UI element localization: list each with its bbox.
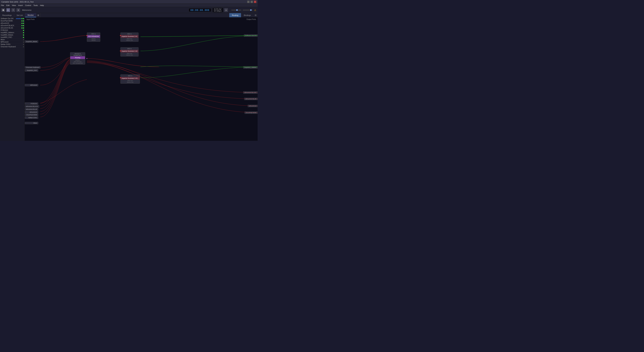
close-button[interactable]: ✕: [254, 1, 256, 3]
menu-help[interactable]: Help: [40, 4, 44, 6]
port-loopmidi-bidule: loopMIDI_Bidule:: [0, 34, 25, 36]
input-port-nektar: Nektar GX61: [25, 116, 38, 119]
led-active: [22, 25, 22, 26]
pause-button[interactable]: ⏸: [12, 8, 15, 12]
output-ports-label: Output Ports: [246, 18, 256, 20]
led-active: [23, 32, 24, 33]
metronome-label: Metronome: [22, 9, 32, 11]
port-mpkmini: MPKmini3:: [0, 41, 25, 43]
led-active: [22, 18, 22, 19]
led-active2: [23, 25, 24, 26]
input-port-fcb1010: FCB1010: [25, 102, 38, 105]
led-inactive: [23, 41, 24, 42]
minimize-button[interactable]: ─: [247, 1, 250, 3]
node-superior-drummer-2[interactable]: MIDI In Superior Drummer 3 #2 MIDI Out S…: [120, 47, 138, 56]
main-area: Software Out 3/4: DrumPad DD90: eDrumIn1…: [0, 17, 258, 141]
zoom-display: 16.5% 0pf: [214, 8, 222, 10]
wires-overlay: [25, 17, 258, 141]
input-port-drumpad: DrumPad DD90: [25, 113, 38, 116]
led-active2: [23, 23, 24, 24]
input-port-mixer: Mixer: [25, 122, 38, 124]
input-port-mpkmini: MPKmini3: [25, 84, 38, 86]
led-inactive: [23, 39, 24, 40]
port-edrumin4-blue: eDrumIn4 BLUE:: [0, 27, 25, 29]
port-edrumin4-black: eDrumIn4 BLACK:: [0, 24, 25, 27]
led-active: [23, 30, 24, 31]
tab-recordings[interactable]: Recordings: [0, 13, 14, 17]
port-nektar: Nektar GX61:: [0, 43, 25, 45]
led-active: [22, 23, 22, 24]
input-port-loopmidi-bidule: loopMIDI_Bidule: [25, 40, 38, 43]
led-active: [23, 37, 24, 38]
node-sd1-title: Superior Drummer 3 #1: [120, 35, 138, 38]
menubar: File Edit View Insert Control Tools Help: [0, 4, 258, 7]
node-sd3-title: Superior Drummer 3 #3...: [120, 77, 140, 80]
left-panel: Software Out 3/4: DrumPad DD90: eDrumIn1…: [0, 17, 25, 141]
led-active2: [23, 20, 24, 21]
output-port-software-out: Software Out 3/4: [244, 34, 258, 37]
tab-bindings[interactable]: Bindings: [241, 13, 254, 17]
tempo-display: 4/4 60bpm: [214, 10, 222, 12]
stop-button[interactable]: ■: [16, 8, 20, 12]
tab-bar: Recordings Set List Monitor ⊞ Routing Bi…: [0, 13, 258, 17]
transport-bar: ⬤ ▶ ⏸ ■ Metronome 00:00:00.000 16.5% 0pf…: [0, 7, 258, 13]
output-port-drumpad: DrumPad DD90: [244, 111, 258, 114]
input-ports-label: Input Ports: [26, 18, 34, 20]
input-port-edrumin4-black: eDrumIn4 BLACK: [25, 105, 39, 108]
tab-set-list[interactable]: Set List: [14, 13, 25, 17]
led-active: [23, 34, 24, 35]
menu-tools[interactable]: Tools: [33, 4, 38, 6]
input-port-edrumin4-blue: eDrumIn4 BLUE: [25, 108, 38, 111]
led-active: [22, 27, 22, 28]
port-mixer: Mixer:: [0, 38, 25, 41]
node-superior-drummer-1[interactable]: MIDI In Superior Drummer 3 #1 MIDI Out S…: [120, 32, 138, 42]
output-port-edrumin10: eDrumIn10: [248, 105, 258, 107]
tab-monitor[interactable]: Monitor: [25, 13, 36, 17]
level-bar: [16, 18, 21, 19]
record-button[interactable]: ⬤: [1, 8, 5, 12]
port-fcb1010: FCB1010:: [0, 29, 25, 31]
port-edrumin10: eDrumIn10:: [0, 22, 25, 24]
routing-canvas[interactable]: Input Ports Output Ports loopMIDI_Bidule…: [25, 17, 258, 141]
main-tab-group: Recordings Set List Monitor ⊞: [0, 13, 40, 17]
menu-control[interactable]: Control: [25, 4, 31, 6]
port-software-out: Software Out 3/4:: [0, 17, 25, 20]
pitch-slider[interactable]: [243, 10, 253, 10]
led-inactive: [23, 46, 24, 47]
node-routing-title: Routing: [70, 56, 85, 59]
port-loopmidi-osc: loopMIDI_OSC:: [0, 36, 25, 38]
port-onscreen-kb: Onscreen Keyboard:: [0, 45, 25, 48]
tempo-arrow-up[interactable]: ▲: [224, 8, 228, 12]
node-edrums-routing[interactable]: eDrums In SamplePad In Routing Ableton S…: [70, 52, 85, 64]
tempo-info: 16.5% 0pf 4/4 60bpm: [212, 8, 223, 12]
input-port-edrumin10: eDrumIn10: [25, 111, 38, 113]
port-drumpad: DrumPad DD90:: [0, 20, 25, 22]
maximize-button[interactable]: □: [250, 1, 253, 3]
titlebar-title: Cantabile Solo (x64) - 2021-08-13_Test: [1, 1, 34, 3]
node-sd2-title: Superior Drummer 3 #2: [120, 50, 138, 52]
led-active2: [23, 18, 24, 19]
node-superior-drummer-3[interactable]: MIDI In Superior Drummer 3 #3... MIDI Ou…: [120, 74, 140, 84]
port-loopmidi-ableton: loopMIDI_Ableton:: [0, 31, 25, 34]
led-inactive: [23, 44, 24, 45]
panel-layout-icon[interactable]: ⊟: [254, 13, 258, 17]
volume-slider[interactable]: [231, 10, 241, 10]
menu-edit[interactable]: Edit: [6, 4, 10, 6]
titlebar: Cantabile Solo (x64) - 2021-08-13_Test ─…: [0, 0, 258, 4]
input-port-onscreen-kb: Onscreen Keyboard: [25, 66, 40, 69]
menu-insert[interactable]: Insert: [18, 4, 23, 6]
menu-file[interactable]: File: [1, 4, 4, 6]
tab-routing[interactable]: Routing: [229, 13, 241, 17]
node-sd3-kitswitcher-title: SD3 KitSwitcher: [87, 35, 100, 38]
view-mode-icon[interactable]: ⊞: [36, 13, 40, 17]
time-display: 00:00:00.000: [189, 8, 211, 12]
input-port-loopmidi-osc: loopMIDI_OSC: [25, 69, 38, 72]
node-sd3-kitswitcher[interactable]: MIDI In SD3 KitSwitcher SD3#1 SD3#2: [87, 32, 100, 42]
play-button[interactable]: ▶: [6, 8, 10, 12]
svg-point-1: [86, 58, 88, 59]
titlebar-controls: ─ □ ✕: [247, 1, 256, 3]
menu-view[interactable]: View: [12, 4, 16, 6]
led-active2: [23, 27, 24, 28]
output-port-edrumin4-blue: eDrumIn4 BLUE: [244, 97, 258, 100]
led-active: [22, 20, 22, 21]
